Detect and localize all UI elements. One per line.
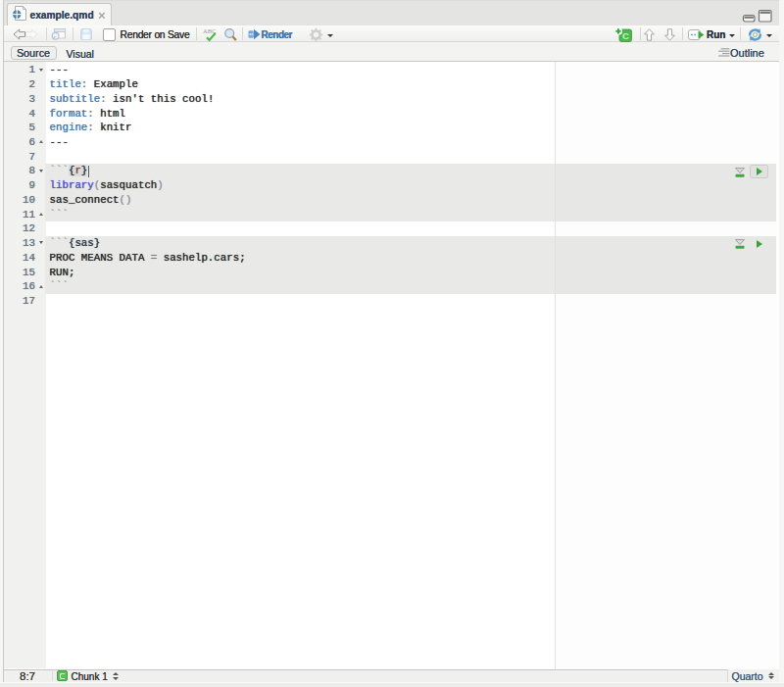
svg-text:C: C: [622, 30, 629, 41]
